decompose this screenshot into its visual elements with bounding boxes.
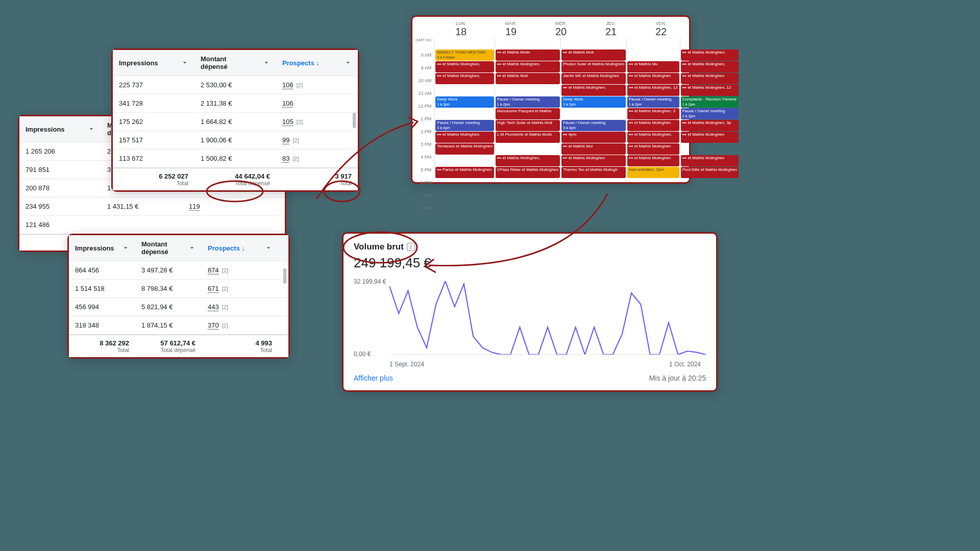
calendar-event[interactable]: ▪▪▪ et Mathis Molinghen, bbox=[435, 132, 494, 143]
col-prospects[interactable]: Prospects ↓ bbox=[202, 239, 278, 257]
calendar-event[interactable]: Terrasses et Mathis Molinghen bbox=[435, 143, 494, 155]
calendar-event[interactable]: ▪▪▪ et Mathis Molinghen, 12 bbox=[627, 85, 679, 96]
calendar-event[interactable]: Deep Work1 à 3pm bbox=[435, 96, 494, 108]
calendar-event[interactable]: ▪▪▪ et Mathis Molinghen, bbox=[496, 61, 560, 72]
col-montant[interactable]: Montant dépensé bbox=[194, 50, 276, 76]
calendar-event bbox=[496, 85, 560, 96]
calendar-event[interactable]: WEEKLY TEAM MEETING9 à 9:40am bbox=[435, 49, 494, 61]
calendar-event[interactable]: ▪▪▪ et Mathis Molinghen, bbox=[561, 85, 626, 96]
calendar-event bbox=[496, 143, 560, 155]
scrollbar[interactable] bbox=[353, 113, 356, 128]
col-prospects[interactable]: Prospects ↓ bbox=[276, 54, 358, 72]
total-value: 44 642,04 € bbox=[201, 172, 270, 180]
calendar-event[interactable]: ▪▪▪ et Mathis Molinghen, bbox=[681, 61, 739, 72]
total-value: 6 252 027 bbox=[119, 172, 188, 180]
calendar-event[interactable]: Comptable - Réunion Trimestr1 à 2pm bbox=[681, 96, 739, 108]
cell-imp: 864 456 bbox=[69, 261, 135, 279]
calendar-event[interactable]: L.M Plomberie et Mathis Molin bbox=[496, 132, 560, 143]
day-header[interactable]: LUN.18 bbox=[436, 21, 486, 38]
cell-pro: 99[2] bbox=[276, 131, 358, 149]
calendar-event[interactable]: ▪▪▪ et Mathis Molinghen, bbox=[496, 155, 560, 166]
calendar-event[interactable]: ▪▪▪ et Mathis Molinghen bbox=[627, 143, 679, 155]
chevron-down-icon bbox=[181, 59, 188, 66]
calendar-event[interactable]: Ivan entretien, 7pm bbox=[627, 167, 679, 178]
calendar-event[interactable]: Menuiserie Pasquini et Mathis bbox=[496, 108, 560, 119]
calendar-event bbox=[627, 49, 679, 61]
calendar-event[interactable]: ▪▪▪ et Mathis Molinghen, bbox=[627, 132, 679, 143]
calendar-event[interactable]: ▪▪▪ et Mathis Molinghen bbox=[627, 73, 679, 84]
calendar-event[interactable]: ▪▪▪ et Mathis Moli bbox=[561, 49, 626, 61]
cell-imp: 1 514 518 bbox=[69, 280, 135, 297]
calendar-event bbox=[681, 38, 739, 49]
scrollbar[interactable] bbox=[283, 268, 286, 284]
calendar-event bbox=[496, 38, 560, 49]
cell-mon: 3 497,28 € bbox=[135, 261, 202, 279]
calendar-event[interactable]: ▪▪▪ et Mathis Molinghen, bbox=[681, 49, 739, 61]
table-row[interactable]: 157 5171 900,06 €99[2] bbox=[113, 131, 358, 149]
day-header[interactable]: MAR.19 bbox=[486, 21, 536, 38]
cell-mon: 1 874,15 € bbox=[135, 316, 202, 334]
cell-imp: 157 517 bbox=[113, 131, 194, 149]
calendar-event[interactable]: ▪▪▪ et Mathis Molinghen, 12 bbox=[681, 85, 739, 96]
calendar-event[interactable]: ▪▪▪ et Mathis Molinghen bbox=[681, 132, 739, 143]
table-row[interactable]: 456 9945 821,94 €443[2] bbox=[69, 298, 288, 316]
calendar-event[interactable]: ▪▪▪ et Mathis Molinghen bbox=[561, 155, 626, 166]
cell-mon: 5 821,94 € bbox=[135, 298, 202, 316]
cell-mon: 2 131,38 € bbox=[194, 94, 276, 112]
totals-row: 8 362 292Total 57 612,74 €Total dépensé … bbox=[69, 335, 288, 357]
col-impressions[interactable]: Impressions bbox=[69, 239, 135, 257]
y-axis-max: 32 199,94 € bbox=[354, 278, 386, 285]
table-row[interactable]: 121 486 bbox=[19, 216, 285, 234]
col-impressions[interactable]: Impressions bbox=[113, 54, 194, 72]
calendar-event[interactable]: ▪▪▪ et Mathis Molinghen bbox=[627, 120, 679, 131]
info-icon[interactable]: i bbox=[407, 243, 415, 251]
ad-table-front: Impressions Montant dépensé Prospects ↓ … bbox=[111, 48, 359, 192]
table-header-row: Impressions Montant dépensé Prospects ↓ bbox=[113, 50, 358, 76]
calendar-event[interactable]: Pool Elite et Mathis Molinghen bbox=[681, 167, 739, 178]
day-header[interactable]: VEN.22 bbox=[636, 21, 686, 38]
table-row[interactable]: 113 6721 500,82 €83[2] bbox=[113, 149, 358, 168]
table-row[interactable]: 341 7282 131,38 €106 bbox=[113, 94, 358, 113]
calendar-event[interactable]: ▪▪▪ et Mathis Molin bbox=[496, 49, 560, 61]
table-row[interactable]: 1 514 5188 798,34 €671[2] bbox=[69, 280, 288, 298]
calendar-event[interactable]: ▪▪▪ et Mathis Mol bbox=[561, 143, 626, 155]
total-value: 8 362 292 bbox=[75, 339, 129, 347]
calendar-event[interactable]: ▪▪▪ et Mathis Molinghen bbox=[681, 155, 739, 166]
cal-hours: 8 AM9 AM10 AM11 AM12 PM1 PM2 PM3 PM4 PM5… bbox=[415, 53, 431, 65]
calendar-event[interactable]: ▪▪▪ et Mathis Molinghen bbox=[627, 155, 679, 166]
abs-col-0: WEEKLY TEAM MEETING9 à 9:40am▪▪▪ et Math… bbox=[434, 38, 495, 178]
calendar-event[interactable]: Photon Solar et Mathis Molinghen bbox=[561, 61, 626, 72]
show-more-link[interactable]: Afficher plus bbox=[354, 374, 393, 382]
day-header[interactable]: JEU.21 bbox=[586, 21, 636, 38]
calendar-event[interactable]: Pause / Owner meeting1 à 2pm bbox=[496, 96, 560, 108]
calendar-event[interactable]: High Tech Solar et Mathis Moli bbox=[496, 120, 560, 131]
table-row[interactable]: 175 2621 664,82 €105[2] bbox=[113, 113, 358, 131]
calendar-event[interactable]: ▪▪▪ et Mathis Molinghen, bbox=[435, 73, 494, 84]
calendar-event[interactable]: Pause / Owner meeting3 à 4pm bbox=[435, 120, 494, 131]
col-montant[interactable]: Montant dépensé bbox=[135, 235, 202, 261]
table-row[interactable]: 234 9551 431,15 €119 bbox=[19, 197, 285, 216]
calendar-event[interactable]: Jardin MK et Mathis Molinghen bbox=[561, 73, 626, 84]
calendar-event[interactable]: ▪▪▪ et Mathis Moli bbox=[496, 73, 560, 84]
calendar-event[interactable]: Pause / Owner meeting1 à 2pm bbox=[627, 96, 679, 108]
calendar-event[interactable]: ▪▪▪ et Mathis Molinghen, bbox=[435, 61, 494, 72]
calendar-event[interactable]: Pause / Owner meeting2 à 3pm bbox=[681, 108, 739, 119]
total-label: Total bbox=[208, 347, 272, 353]
calendar-event[interactable]: ▪▪▪ et Mathis Molinghen, 3p bbox=[681, 120, 739, 131]
calendar-event[interactable]: Thermo Tec et Mathis Molingh bbox=[561, 167, 626, 178]
calendar-event[interactable]: ▪▪▪ et Mathis Molinghen bbox=[681, 73, 739, 84]
day-header[interactable]: MER.20 bbox=[536, 21, 586, 38]
calendar-event[interactable]: ▪▪▪ et Mathis Molinghen, 2 bbox=[627, 108, 679, 119]
table-row[interactable]: 318 3481 874,15 €370[2] bbox=[69, 316, 288, 335]
total-label: Total bbox=[119, 180, 188, 186]
calendar-event[interactable]: ▪▪▪ 4pm bbox=[561, 132, 626, 143]
calendar-event[interactable]: ▪▪▪ Pariss et Mathis Molinghen bbox=[435, 167, 494, 178]
calendar-event[interactable]: Deep Work1 à 3pm bbox=[561, 96, 626, 108]
calendar-event[interactable]: ▪▪▪ et Mathis Mo bbox=[627, 61, 679, 72]
calendar-event[interactable]: Pause / Owner meeting3 à 4pm bbox=[561, 120, 626, 131]
calendar-event[interactable]: CPass Relax et Mathis Molinghen bbox=[496, 167, 560, 178]
table-row[interactable]: 225 7372 530,00 €106[2] bbox=[113, 76, 358, 94]
table-row[interactable]: 864 4563 497,28 €874[2] bbox=[69, 261, 288, 280]
cell-pro: 370[2] bbox=[202, 316, 278, 334]
col-impressions[interactable]: Impressions bbox=[19, 120, 101, 138]
